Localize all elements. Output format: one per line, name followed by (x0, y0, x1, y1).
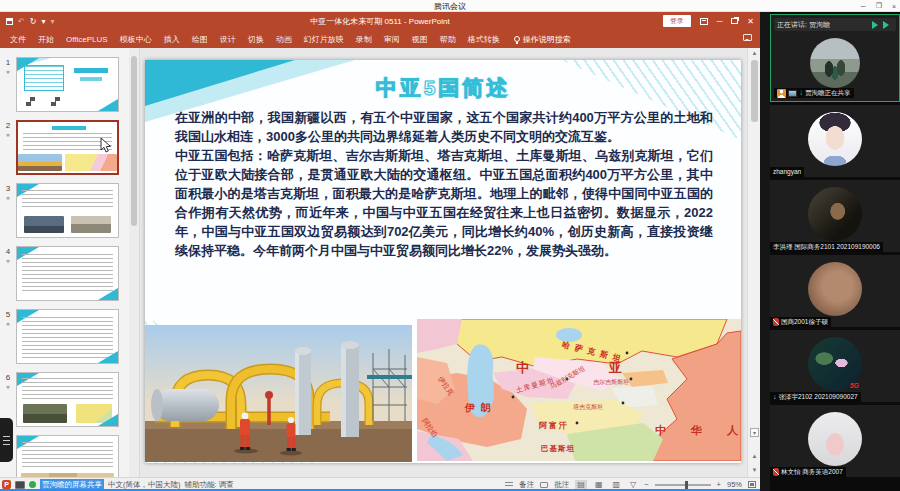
slide-thumbnail-panel: 1★ 2★ (0, 48, 140, 477)
ribbon-tab-draw[interactable]: 绘图 (186, 34, 214, 45)
slide-thumbnail-1[interactable] (16, 57, 119, 112)
ribbon-tab-template-center[interactable]: 模板中心 (114, 34, 158, 45)
redo-icon[interactable]: ↻ (30, 17, 37, 26)
ribbon-tab-bar: 文件 开始 OfficePLUS 模板中心 插入 绘图 设计 切换 动画 幻灯片… (0, 30, 760, 48)
zoom-level[interactable]: 95% (727, 480, 742, 489)
ribbon-tab-file[interactable]: 文件 (4, 34, 32, 45)
ribbon-tab-view[interactable]: 视图 (406, 34, 434, 45)
ribbon-tab-insert[interactable]: 插入 (158, 34, 186, 45)
reading-view-button[interactable]: ▥ (610, 480, 622, 489)
zoom-in-button[interactable]: + (717, 480, 721, 489)
save-icon[interactable] (6, 18, 13, 25)
notes-button[interactable]: 备注 (519, 480, 534, 490)
participant-name-label: zhangyan (770, 167, 804, 177)
accessibility-status[interactable]: 辅助功能: 调查 (185, 480, 234, 490)
thumb-art (24, 65, 64, 91)
sharer-label-text: 贾洵瞻正在共享 (805, 88, 851, 98)
tencent-meeting-window: 腾讯会议 ─ ❐ × ↶ ↻ ▾ ▾ 中亚一体化未来可期 0511 - Powe… (0, 0, 900, 491)
ppt-restore-button[interactable] (731, 18, 738, 24)
animation-star-icon: ★ (6, 132, 11, 138)
participant-tile[interactable]: 国商2001徐子硕 (770, 255, 900, 327)
scroll-up-icon[interactable]: ▲ (748, 50, 761, 56)
slide-title[interactable]: 中亚5国简述 (145, 74, 741, 102)
slide-thumbnail-3[interactable] (16, 183, 119, 238)
participant-tile[interactable]: 李洪瑾 国际商务2101 202109190006 (770, 180, 900, 252)
participant-name: 张泽宇2102 202109090027 (779, 392, 858, 402)
screen-share-icon (788, 90, 797, 97)
system-minimize-button[interactable]: ─ (861, 3, 866, 10)
start-slideshow-icon[interactable]: ▾ (41, 17, 45, 26)
comments-icon (540, 482, 548, 488)
participant-name-label: 国商2001徐子硕 (770, 317, 831, 327)
central-asia-map[interactable]: 哈萨克斯坦 中 亚 土库曼斯坦 乌兹别克斯坦 吉尔吉斯斯坦 塔吉克斯坦 伊朗 阿… (417, 319, 741, 461)
system-titlebar: 腾讯会议 ─ ❐ × (0, 0, 900, 12)
slideshow-view-button[interactable]: ▽ (628, 480, 638, 489)
ribbon-tab-home[interactable]: 开始 (32, 34, 60, 45)
comments-panel-icon[interactable] (743, 34, 752, 41)
ribbon-tab-transitions[interactable]: 切换 (242, 34, 270, 45)
thumbnail-row-5: 5★ (0, 309, 139, 364)
thumbnail-scrollbar[interactable] (129, 48, 139, 477)
scrollbar-thumb[interactable] (131, 56, 137, 226)
normal-view-button[interactable]: ▤ (575, 480, 587, 489)
zoom-out-button[interactable]: − (644, 480, 648, 489)
fit-to-window-icon[interactable] (748, 481, 756, 488)
thumb-art (98, 351, 118, 363)
slide-thumbnail-4[interactable] (16, 246, 119, 301)
next-slide-button[interactable]: ▼ (748, 467, 761, 473)
system-window-title: 腾讯会议 (0, 1, 900, 12)
map-label-central-1: 中 (516, 361, 529, 374)
gas-pipeline-photo[interactable] (145, 325, 412, 462)
language-status[interactable]: 中文(简体，中国大陆) (108, 480, 181, 490)
meeting-toolbar-handle[interactable] (0, 418, 13, 462)
zoom-slider-thumb[interactable] (685, 481, 688, 489)
slide-body-text[interactable]: 在亚洲的中部，我国新疆以西，有五个中亚国家，这五个国家共计约400万平方公里的土… (175, 108, 713, 260)
ribbon-tab-format-convert[interactable]: 格式转换 (462, 34, 506, 45)
participant-tile-sharer[interactable]: 正在讲话: 贾洵瞻 ↓ 贾洵瞻正在共享 (770, 14, 900, 102)
ribbon-tab-help[interactable]: 帮助 (434, 34, 462, 45)
participant-tile[interactable]: 林文怡 商务英语2007 (770, 405, 900, 477)
thumb-art (65, 154, 117, 171)
ribbon-tab-review[interactable]: 审阅 (378, 34, 406, 45)
slide-thumbnail-7[interactable] (16, 435, 119, 477)
thumb-art (18, 154, 62, 171)
tell-me-search[interactable]: 操作说明搜索 (514, 34, 571, 45)
slide-scrollbar[interactable]: ▲ ▾ ▲ ▼ (747, 48, 760, 477)
slide-thumbnail-5[interactable] (16, 309, 119, 364)
participant-name-label: ↓ 张泽宇2102 202109090027 (770, 392, 861, 402)
previous-slide-button[interactable]: ▲ (748, 453, 761, 459)
ribbon-tab-slideshow[interactable]: 幻灯片放映 (298, 34, 350, 45)
speaking-label: 正在讲话: 贾洵瞻 (777, 20, 872, 30)
system-close-button[interactable]: × (892, 3, 896, 10)
slide-canvas[interactable]: 中亚5国简述 在亚洲的中部，我国新疆以西，有五个中亚国家，这五个国家共计约400… (140, 48, 747, 477)
participant-name: 李洪瑾 国际商务2101 202109190006 (773, 242, 880, 252)
slide-sorter-view-button[interactable]: ▦ (593, 480, 605, 489)
mic-muted-icon (773, 318, 779, 326)
ppt-minimize-button[interactable]: ─ (717, 17, 723, 26)
ribbon-display-options-icon[interactable] (700, 18, 708, 25)
ribbon-tab-animations[interactable]: 动画 (270, 34, 298, 45)
comments-button[interactable]: 批注 (554, 480, 569, 490)
scrollbar-thumb[interactable] (751, 60, 758, 122)
slide-number: 5 (6, 310, 10, 319)
thumb-art (24, 216, 64, 233)
zoom-slider[interactable] (655, 484, 711, 486)
ribbon-tab-design[interactable]: 设计 (214, 34, 242, 45)
login-button[interactable]: 登录 (663, 15, 691, 27)
ppt-close-button[interactable]: ✕ (747, 17, 754, 26)
system-maximize-button[interactable]: ❐ (876, 2, 882, 10)
powerpoint-icon: P (2, 480, 11, 489)
mouse-cursor (100, 138, 112, 153)
document-title: 中亚一体化未来可期 0511 - PowerPoint (0, 16, 760, 27)
slide-thumbnail-6[interactable] (16, 372, 119, 427)
participant-tile[interactable]: zhangyan (770, 105, 900, 177)
tell-me-label: 操作说明搜索 (523, 34, 571, 45)
paragraph-1: 在亚洲的中部，我国新疆以西，有五个中亚国家，这五个国家共计约400万平方公里的土… (175, 108, 713, 146)
split-handle-icon[interactable]: ▾ (750, 428, 759, 437)
customize-qat-icon[interactable]: ▾ (50, 17, 54, 26)
ribbon-tab-record[interactable]: 录制 (350, 34, 378, 45)
undo-icon[interactable]: ↶ (18, 17, 25, 26)
participant-tile[interactable]: 5G ↓ 张泽宇2102 202109090027 (770, 330, 900, 402)
ribbon-tab-officeplus[interactable]: OfficePLUS (60, 35, 114, 44)
avatar (808, 262, 862, 316)
